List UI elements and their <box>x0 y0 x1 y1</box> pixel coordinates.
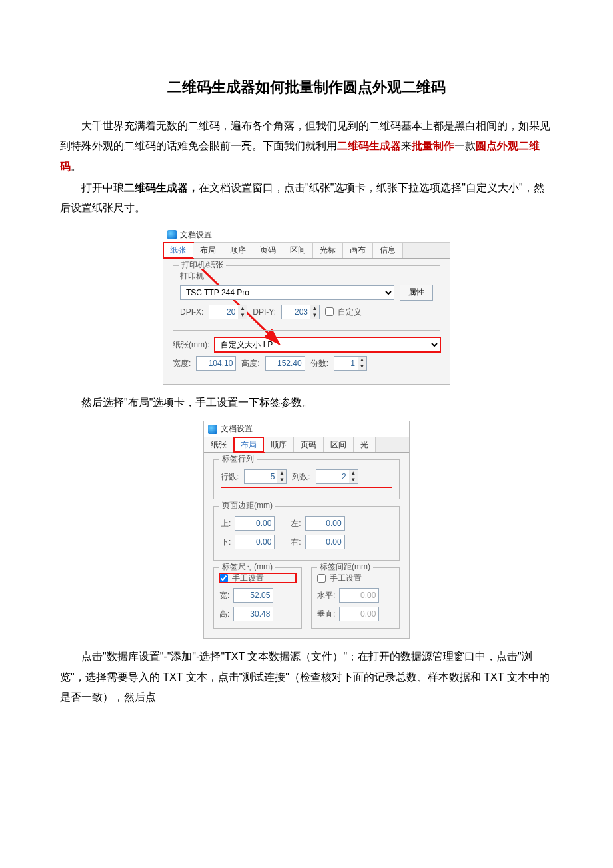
label-height-input[interactable] <box>233 607 273 621</box>
printer-select[interactable]: TSC TTP 244 Pro <box>180 285 394 300</box>
gap-v-label: 垂直: <box>317 609 335 619</box>
copies-label: 份数: <box>310 359 328 368</box>
label-height-label: 高: <box>219 609 229 619</box>
down-icon[interactable]: ▼ <box>349 477 358 483</box>
height-label: 高度: <box>241 359 259 368</box>
up-icon[interactable]: ▲ <box>277 470 286 477</box>
up-icon[interactable]: ▲ <box>310 305 319 312</box>
tab-page[interactable]: 页码 <box>294 437 324 452</box>
tab-order[interactable]: 顺序 <box>223 243 253 257</box>
tab-paper[interactable]: 纸张 <box>163 243 193 257</box>
fieldset-margins: 页面边距(mm) 上: 左: 下: 右: <box>213 506 400 561</box>
printer-label: 打印机 <box>180 271 433 281</box>
width-label: 宽度: <box>173 359 191 368</box>
cols-input[interactable] <box>316 469 349 484</box>
text: 打开中琅 <box>81 182 124 193</box>
fieldset-rows-cols: 标签行列 行数: ▲▼ 列数: ▲▼ <box>213 459 400 499</box>
tab-cursor[interactable]: 光 <box>354 437 376 452</box>
paragraph-3: 然后选择"布局"选项卡，手工设置一下标签参数。 <box>60 393 553 413</box>
dpi-x-input[interactable] <box>209 305 238 319</box>
highlight-generator: 二维码生成器 <box>337 140 401 151</box>
app-icon <box>208 425 217 434</box>
tab-info[interactable]: 信息 <box>373 243 403 257</box>
cols-spinner[interactable]: ▲▼ <box>316 469 358 484</box>
highlight-batch: 批量制作 <box>412 140 454 151</box>
tab-range[interactable]: 区间 <box>324 437 354 452</box>
custom-dpi-checkbox[interactable]: 自定义 <box>325 307 362 317</box>
up-icon[interactable]: ▲ <box>238 305 247 312</box>
manual-gap-checkbox[interactable]: 手工设置 <box>317 573 394 583</box>
dpi-y-label: DPI-Y: <box>253 307 276 317</box>
down-icon[interactable]: ▼ <box>238 312 247 319</box>
rows-spinner[interactable]: ▲▼ <box>244 469 287 484</box>
properties-button[interactable]: 属性 <box>400 285 433 301</box>
rows-input[interactable] <box>244 469 277 484</box>
gap-h-label: 水平: <box>317 591 335 600</box>
legend: 页面边距(mm) <box>219 501 275 510</box>
app-icon <box>167 230 177 239</box>
label-width-input[interactable] <box>233 588 273 603</box>
rows-label: 行数: <box>221 472 239 481</box>
margin-bottom-input[interactable] <box>235 535 275 549</box>
legend: 标签行列 <box>219 454 257 463</box>
down-icon[interactable]: ▼ <box>310 312 319 319</box>
tab-range[interactable]: 区间 <box>283 243 313 257</box>
dpi-x-spinner[interactable]: ▲▼ <box>209 305 247 319</box>
down-icon[interactable]: ▼ <box>358 363 366 370</box>
dialog-titlebar[interactable]: 文档设置 <box>204 421 409 437</box>
cols-label: 列数: <box>292 472 310 481</box>
gap-h-input <box>339 588 379 603</box>
paper-size-select[interactable]: 自定义大小 LP <box>215 337 440 352</box>
checkbox[interactable] <box>317 574 326 583</box>
fieldset-printer-paper: 打印机/纸张 打印机 TSC TTP 244 Pro 属性 DPI-X: ▲▼ … <box>173 265 440 331</box>
height-input[interactable] <box>265 356 305 371</box>
up-icon[interactable]: ▲ <box>349 470 358 477</box>
tab-canvas[interactable]: 画布 <box>343 243 373 257</box>
checkbox[interactable] <box>325 307 334 316</box>
text: 。 <box>71 161 81 172</box>
dpi-y-input[interactable] <box>281 305 310 319</box>
dialog-title: 文档设置 <box>180 230 212 239</box>
paragraph-1: 大千世界充满着无数的二维码，遍布各个角落，但我们见到的二维码基本上都是黑白相间的… <box>60 116 553 177</box>
dialog-doc-settings-paper: 文档设置 纸张 布局 顺序 页码 区间 光标 画布 信息 打印机/纸张 打印机 … <box>163 227 450 385</box>
tab-layout[interactable]: 布局 <box>193 243 223 257</box>
fieldset-label-gap: 标签间距(mm) 手工设置 水平: 垂直: <box>311 567 400 629</box>
tab-bar: 纸张 布局 顺序 页码 区间 光 <box>204 437 409 453</box>
legend: 标签间距(mm) <box>317 562 373 571</box>
dialog-title: 文档设置 <box>221 424 253 433</box>
legend: 标签尺寸(mm) <box>219 562 275 571</box>
checkbox[interactable] <box>219 574 228 583</box>
dpi-x-label: DPI-X: <box>180 307 203 317</box>
tab-page[interactable]: 页码 <box>253 243 283 257</box>
gap-v-input <box>339 607 379 621</box>
tab-layout[interactable]: 布局 <box>234 437 264 452</box>
down-icon[interactable]: ▼ <box>277 477 286 483</box>
width-input[interactable] <box>196 356 236 371</box>
text: 一款 <box>454 140 476 151</box>
paragraph-2: 打开中琅二维码生成器，在文档设置窗口，点击"纸张"选项卡，纸张下拉选项选择"自定… <box>60 178 553 219</box>
tab-paper[interactable]: 纸张 <box>204 437 234 452</box>
up-icon[interactable]: ▲ <box>358 357 366 363</box>
tab-cursor[interactable]: 光标 <box>313 243 343 257</box>
paper-label: 纸张(mm): <box>173 340 209 349</box>
dialog-doc-settings-layout: 文档设置 纸张 布局 顺序 页码 区间 光 标签行列 行数: ▲▼ 列数: ▲▼ <box>203 421 410 639</box>
bold-generator: 二维码生成器， <box>124 182 199 193</box>
margin-left-label: 左: <box>291 519 301 528</box>
margin-left-input[interactable] <box>305 516 345 531</box>
page-title: 二维码生成器如何批量制作圆点外观二维码 <box>60 73 553 101</box>
tab-order[interactable]: 顺序 <box>264 437 294 452</box>
label-width-label: 宽: <box>219 591 229 600</box>
margin-top-label: 上: <box>221 519 231 528</box>
checkbox-label: 手工设置 <box>232 573 264 583</box>
margin-right-input[interactable] <box>305 535 345 549</box>
copies-spinner[interactable]: ▲▼ <box>334 356 367 371</box>
dpi-y-spinner[interactable]: ▲▼ <box>281 305 320 319</box>
checkbox-label: 自定义 <box>338 307 362 317</box>
legend: 打印机/纸张 <box>179 260 226 269</box>
checkbox-label: 手工设置 <box>330 573 362 583</box>
margin-top-input[interactable] <box>235 516 275 531</box>
tab-bar: 纸张 布局 顺序 页码 区间 光标 画布 信息 <box>163 243 450 258</box>
manual-size-checkbox[interactable]: 手工设置 <box>219 573 296 583</box>
dialog-titlebar[interactable]: 文档设置 <box>163 227 450 243</box>
copies-input[interactable] <box>334 356 358 371</box>
